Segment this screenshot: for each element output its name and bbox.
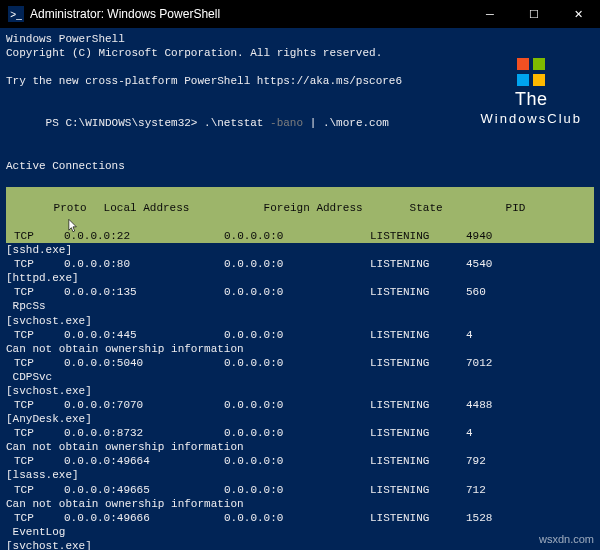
cell-pid: 792 bbox=[466, 454, 486, 468]
owner-line: Can not obtain ownership information bbox=[6, 342, 594, 356]
header-line: Windows PowerShell bbox=[6, 32, 594, 46]
cell-proto: TCP bbox=[14, 285, 64, 299]
col-state: State bbox=[410, 201, 506, 215]
cell-pid: 560 bbox=[466, 285, 486, 299]
cell-state: LISTENING bbox=[370, 398, 466, 412]
cell-state: LISTENING bbox=[370, 426, 466, 440]
cell-local: 0.0.0.0:49665 bbox=[64, 483, 224, 497]
prompt-path: PS C:\WINDOWS\system32> bbox=[46, 117, 204, 129]
powershell-window: >_ Administrator: Windows PowerShell ─ ☐… bbox=[0, 0, 600, 550]
window-controls: ─ ☐ ✕ bbox=[468, 0, 600, 28]
cmd-netstat: .\netstat bbox=[204, 117, 263, 129]
cell-local: 0.0.0.0:22 bbox=[64, 229, 224, 243]
cell-proto: TCP bbox=[14, 229, 64, 243]
cell-pid: 4 bbox=[466, 328, 473, 342]
cell-proto: TCP bbox=[14, 511, 64, 525]
cell-local: 0.0.0.0:8732 bbox=[64, 426, 224, 440]
cmd-pipe: | bbox=[310, 117, 323, 129]
owner-line: CDPSvc bbox=[6, 370, 594, 384]
owner-line: [svchost.exe] bbox=[6, 384, 594, 398]
cmd-flag: -bano bbox=[263, 117, 309, 129]
connection-row: TCP0.0.0.0:496640.0.0.0:0LISTENING792 bbox=[6, 454, 594, 468]
cell-foreign: 0.0.0.0:0 bbox=[224, 398, 370, 412]
col-pid: PID bbox=[506, 201, 526, 215]
cell-state: LISTENING bbox=[370, 454, 466, 468]
blank-line bbox=[6, 145, 594, 159]
maximize-button[interactable]: ☐ bbox=[512, 0, 556, 28]
column-headers: ProtoLocal AddressForeign AddressStatePI… bbox=[6, 187, 594, 229]
cell-state: LISTENING bbox=[370, 511, 466, 525]
cell-foreign: 0.0.0.0:0 bbox=[224, 454, 370, 468]
cell-state: LISTENING bbox=[370, 356, 466, 370]
connection-row: TCP0.0.0.0:220.0.0.0:0LISTENING4940 bbox=[6, 229, 594, 243]
connection-row: TCP0.0.0.0:4450.0.0.0:0LISTENING4 bbox=[6, 328, 594, 342]
owner-line: Can not obtain ownership information bbox=[6, 440, 594, 454]
cell-state: LISTENING bbox=[370, 229, 466, 243]
owner-line: [lsass.exe] bbox=[6, 468, 594, 482]
cell-state: LISTENING bbox=[370, 328, 466, 342]
cell-foreign: 0.0.0.0:0 bbox=[224, 229, 370, 243]
prompt-line: PS C:\WINDOWS\system32> .\netstat -bano … bbox=[6, 102, 594, 144]
cell-foreign: 0.0.0.0:0 bbox=[224, 257, 370, 271]
blank-line bbox=[6, 88, 594, 102]
blank-line bbox=[6, 60, 594, 74]
cell-pid: 7012 bbox=[466, 356, 492, 370]
cell-local: 0.0.0.0:49666 bbox=[64, 511, 224, 525]
owner-line: Can not obtain ownership information bbox=[6, 497, 594, 511]
cell-state: LISTENING bbox=[370, 483, 466, 497]
col-proto: Proto bbox=[54, 201, 104, 215]
header-line: Copyright (C) Microsoft Corporation. All… bbox=[6, 46, 594, 60]
window-title: Administrator: Windows PowerShell bbox=[30, 7, 468, 21]
owner-line: [svchost.exe] bbox=[6, 314, 594, 328]
cell-local: 0.0.0.0:135 bbox=[64, 285, 224, 299]
col-foreign: Foreign Address bbox=[264, 201, 410, 215]
minimize-button[interactable]: ─ bbox=[468, 0, 512, 28]
cell-pid: 4 bbox=[466, 426, 473, 440]
cell-foreign: 0.0.0.0:0 bbox=[224, 328, 370, 342]
cell-local: 0.0.0.0:7070 bbox=[64, 398, 224, 412]
cell-local: 0.0.0.0:445 bbox=[64, 328, 224, 342]
connection-row: TCP0.0.0.0:87320.0.0.0:0LISTENING4 bbox=[6, 426, 594, 440]
cell-foreign: 0.0.0.0:0 bbox=[224, 285, 370, 299]
owner-line: EventLog bbox=[6, 525, 594, 539]
cell-proto: TCP bbox=[14, 398, 64, 412]
owner-line: RpcSs bbox=[6, 299, 594, 313]
cmd-more: .\more.com bbox=[323, 117, 389, 129]
cell-foreign: 0.0.0.0:0 bbox=[224, 356, 370, 370]
section-header: Active Connections bbox=[6, 159, 594, 173]
cell-state: LISTENING bbox=[370, 257, 466, 271]
owner-line: [AnyDesk.exe] bbox=[6, 412, 594, 426]
connection-row: TCP0.0.0.0:496650.0.0.0:0LISTENING712 bbox=[6, 483, 594, 497]
cell-foreign: 0.0.0.0:0 bbox=[224, 426, 370, 440]
cell-pid: 4540 bbox=[466, 257, 492, 271]
titlebar[interactable]: >_ Administrator: Windows PowerShell ─ ☐… bbox=[0, 0, 600, 28]
cell-foreign: 0.0.0.0:0 bbox=[224, 511, 370, 525]
cell-local: 0.0.0.0:80 bbox=[64, 257, 224, 271]
owner-line: [sshd.exe] bbox=[6, 243, 594, 257]
cell-proto: TCP bbox=[14, 454, 64, 468]
connection-row: TCP0.0.0.0:70700.0.0.0:0LISTENING4488 bbox=[6, 398, 594, 412]
close-button[interactable]: ✕ bbox=[556, 0, 600, 28]
connection-row: TCP0.0.0.0:496660.0.0.0:0LISTENING1528 bbox=[6, 511, 594, 525]
connection-list: TCP0.0.0.0:220.0.0.0:0LISTENING4940[sshd… bbox=[6, 229, 594, 550]
owner-line: [svchost.exe] bbox=[6, 539, 594, 550]
connection-row: TCP0.0.0.0:1350.0.0.0:0LISTENING560 bbox=[6, 285, 594, 299]
connection-row: TCP0.0.0.0:800.0.0.0:0LISTENING4540 bbox=[6, 257, 594, 271]
cell-state: LISTENING bbox=[370, 285, 466, 299]
col-local: Local Address bbox=[104, 201, 264, 215]
cell-proto: TCP bbox=[14, 257, 64, 271]
cell-pid: 4940 bbox=[466, 229, 492, 243]
owner-line: [httpd.exe] bbox=[6, 271, 594, 285]
cell-proto: TCP bbox=[14, 483, 64, 497]
cell-pid: 4488 bbox=[466, 398, 492, 412]
powershell-icon: >_ bbox=[8, 6, 24, 22]
cell-pid: 712 bbox=[466, 483, 486, 497]
cell-proto: TCP bbox=[14, 356, 64, 370]
cell-local: 0.0.0.0:49664 bbox=[64, 454, 224, 468]
connection-row: TCP0.0.0.0:50400.0.0.0:0LISTENING7012 bbox=[6, 356, 594, 370]
terminal-body[interactable]: Windows PowerShell Copyright (C) Microso… bbox=[0, 28, 600, 550]
header-line: Try the new cross-platform PowerShell ht… bbox=[6, 74, 594, 88]
blank-line bbox=[6, 173, 594, 187]
cell-foreign: 0.0.0.0:0 bbox=[224, 483, 370, 497]
cell-pid: 1528 bbox=[466, 511, 492, 525]
